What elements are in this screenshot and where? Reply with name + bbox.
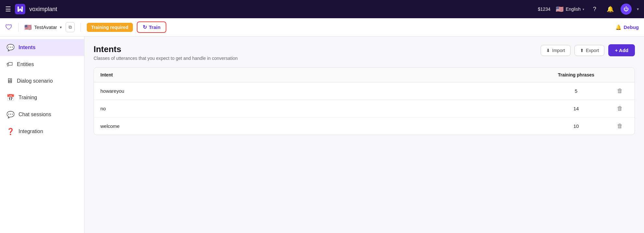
train-label: Train xyxy=(149,24,161,30)
intent-name: no xyxy=(100,106,540,111)
export-label: Export xyxy=(586,48,599,53)
table-row: welcome 10 🗑 xyxy=(94,117,635,135)
row-action: 🗑 xyxy=(612,88,628,94)
language-selector[interactable]: 🇺🇸 English ▾ xyxy=(556,5,584,13)
import-label: Import xyxy=(552,48,565,53)
training-phrases-count: 10 xyxy=(540,123,612,129)
sidebar-label-dialog: Dialog scenario xyxy=(17,78,53,84)
logo-icon xyxy=(15,4,25,14)
col-header-action xyxy=(612,72,628,77)
chat-icon: 💬 xyxy=(6,111,15,118)
import-icon: ⬇ xyxy=(546,48,550,53)
logo-text: voximplant xyxy=(29,6,57,13)
training-phrases-count: 14 xyxy=(540,106,612,111)
sidebar-label-integration: Integration xyxy=(19,129,43,134)
sidebar-label-chat: Chat sessions xyxy=(19,112,51,117)
language-label: English xyxy=(566,7,581,12)
debug-label: Debug xyxy=(624,24,639,30)
dialog-icon: 🖥 xyxy=(6,77,13,85)
avatar-chevron-icon: ▾ xyxy=(60,25,62,30)
notification-button[interactable]: 🔔 xyxy=(605,4,615,14)
sidebar-item-integration[interactable]: ❓ Integration xyxy=(0,123,84,140)
refresh-icon: ↻ xyxy=(143,24,147,30)
copy-button[interactable]: ⧉ xyxy=(66,22,75,32)
avatar-flag-icon: 🇺🇸 xyxy=(24,24,32,31)
sidebar-label-intents: Intents xyxy=(19,45,35,50)
debug-button[interactable]: 🔔 Debug xyxy=(615,24,639,30)
user-avatar-button[interactable]: ⏻ xyxy=(621,4,632,15)
top-navbar: ☰ voximplant $1234 🇺🇸 English ▾ ? 🔔 ⏻ ▾ xyxy=(0,0,644,18)
intents-table: Intent Training phrases howareyou 5 🗑 no… xyxy=(94,67,635,135)
nav-divider xyxy=(18,23,19,32)
import-button[interactable]: ⬇ Import xyxy=(541,45,571,56)
add-label: + Add xyxy=(615,48,628,53)
table-row: howareyou 5 🗑 xyxy=(94,82,635,100)
content-title-block: Intents Classes of utterances that you e… xyxy=(94,44,541,61)
nav-divider-2 xyxy=(81,23,81,32)
avatar-name: TestAvatar xyxy=(34,24,57,30)
bug-icon: 🔔 xyxy=(615,24,622,30)
power-icon: ⏻ xyxy=(624,6,629,12)
sidebar-item-training[interactable]: 📅 Training xyxy=(0,89,84,106)
content-actions: ⬇ Import ⬆ Export + Add xyxy=(541,44,635,56)
train-button[interactable]: ↻ Train xyxy=(137,21,166,33)
intent-name: welcome xyxy=(100,123,540,129)
balance-display: $1234 xyxy=(538,7,550,12)
flag-icon: 🇺🇸 xyxy=(556,5,564,13)
avatar-chevron-icon: ▾ xyxy=(637,7,639,11)
sidebar-label-training: Training xyxy=(19,95,37,101)
sidebar-item-dialog-scenario[interactable]: 🖥 Dialog scenario xyxy=(0,73,84,89)
page-title: Intents xyxy=(94,44,541,54)
training-required-badge: Training required xyxy=(87,23,133,32)
sidebar-item-entities[interactable]: 🏷 Entities xyxy=(0,56,84,73)
intent-name: howareyou xyxy=(100,88,540,94)
table-header: Intent Training phrases xyxy=(94,68,635,82)
help-icon: ? xyxy=(593,6,596,13)
avatar-selector[interactable]: 🇺🇸 TestAvatar ▾ xyxy=(24,24,62,31)
sidebar: 💬 Intents 🏷 Entities 🖥 Dialog scenario 📅… xyxy=(0,36,84,233)
intents-icon: 💬 xyxy=(6,44,15,51)
export-icon: ⬆ xyxy=(580,48,584,53)
help-button[interactable]: ? xyxy=(589,4,600,14)
sidebar-item-intents[interactable]: 💬 Intents xyxy=(0,39,84,56)
hamburger-menu[interactable]: ☰ xyxy=(5,5,11,13)
add-button[interactable]: + Add xyxy=(608,44,635,56)
export-button[interactable]: ⬆ Export xyxy=(574,45,604,56)
entities-icon: 🏷 xyxy=(6,61,13,68)
shield-icon: 🛡 xyxy=(5,23,12,32)
sub-navbar: 🛡 🇺🇸 TestAvatar ▾ ⧉ Training required ↻ … xyxy=(0,18,644,36)
main-content: Intents Classes of utterances that you e… xyxy=(84,36,644,233)
delete-button[interactable]: 🗑 xyxy=(617,123,623,130)
training-icon: 📅 xyxy=(6,94,15,102)
bell-icon: 🔔 xyxy=(607,6,614,13)
page-subtitle: Classes of utterances that you expect to… xyxy=(94,56,541,61)
row-action: 🗑 xyxy=(612,123,628,130)
table-row: no 14 🗑 xyxy=(94,100,635,117)
integration-icon: ❓ xyxy=(6,128,15,135)
delete-button[interactable]: 🗑 xyxy=(617,88,623,94)
content-header: Intents Classes of utterances that you e… xyxy=(94,44,635,61)
training-phrases-count: 5 xyxy=(540,88,612,94)
delete-button[interactable]: 🗑 xyxy=(617,105,623,112)
chevron-down-icon: ▾ xyxy=(583,7,584,11)
main-layout: 💬 Intents 🏷 Entities 🖥 Dialog scenario 📅… xyxy=(0,36,644,233)
row-action: 🗑 xyxy=(612,105,628,112)
col-header-phrases: Training phrases xyxy=(540,72,612,77)
sidebar-item-chat-sessions[interactable]: 💬 Chat sessions xyxy=(0,106,84,123)
copy-icon: ⧉ xyxy=(69,24,72,30)
col-header-intent: Intent xyxy=(100,72,540,77)
sidebar-label-entities: Entities xyxy=(17,62,34,67)
